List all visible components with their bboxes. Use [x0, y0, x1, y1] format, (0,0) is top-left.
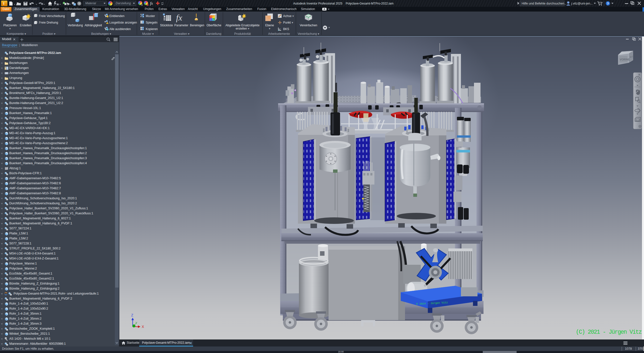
svg-text:j.vitz@uni-jen...: j.vitz@uni-jen... [571, 2, 593, 5]
svg-text:Darstellung: Darstellung [116, 2, 131, 5]
svg-text:I: I [3, 1, 4, 6]
svg-text:!: ! [107, 22, 108, 24]
svg-text:Hilfe und Befehle durchsuchen.: Hilfe und Befehle durchsuchen.. [522, 2, 566, 5]
svg-text:Z: Z [131, 313, 133, 317]
svg-text:fx: fx [176, 13, 182, 22]
svg-text:?: ? [607, 2, 609, 6]
svg-text:X: X [142, 325, 144, 329]
svg-text:Y: Y [135, 321, 137, 324]
svg-text:≋T: ≋T [629, 55, 633, 58]
svg-text:VORNE: VORNE [620, 58, 630, 61]
svg-text:fx: fx [150, 1, 153, 6]
svg-text:Material: Material [85, 2, 96, 5]
